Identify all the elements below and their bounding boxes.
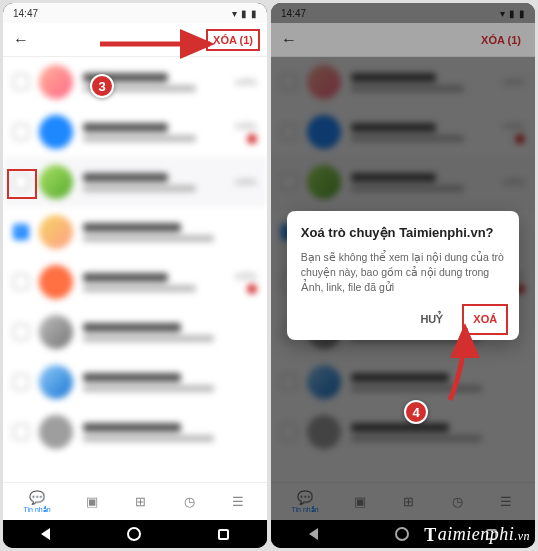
- chat-row[interactable]: 12/01: [3, 257, 267, 307]
- dialog-actions: HUỶ XOÁ: [301, 307, 505, 332]
- avatar: [39, 65, 73, 99]
- person-icon: ☰: [230, 494, 246, 510]
- bottom-nav: 💬 Tin nhắn ▣ ⊞ ◷ ☰: [3, 482, 267, 520]
- dialog-body: Bạn sẽ không thể xem lại nội dung của tr…: [301, 250, 505, 296]
- tab-more[interactable]: ☰: [230, 494, 246, 510]
- delete-selected-button[interactable]: XÓA (1): [209, 32, 257, 48]
- watermark-tld: .vn: [514, 529, 530, 544]
- android-back-icon[interactable]: [41, 528, 50, 540]
- status-bar: 14:47 ▾ ▮ ▮: [3, 3, 267, 23]
- chat-icon: 💬: [29, 489, 45, 505]
- watermark-t: T: [424, 525, 437, 546]
- phone-right: 14:47 ▾ ▮ ▮ ← XÓA (1) 14/01 14/01 13/01 …: [271, 3, 535, 548]
- avatar: [39, 265, 73, 299]
- tab-timeline[interactable]: ◷: [181, 494, 197, 510]
- chat-checkbox-checked[interactable]: [13, 224, 29, 240]
- status-icons: ▾ ▮ ▮: [232, 8, 257, 19]
- chat-checkbox[interactable]: [13, 124, 29, 140]
- avatar: [39, 215, 73, 249]
- unread-badge: [247, 284, 257, 294]
- battery-icon: ▮: [251, 8, 257, 19]
- clock-icon: ◷: [181, 494, 197, 510]
- chat-row[interactable]: [3, 357, 267, 407]
- watermark: Taimienphi.vn: [424, 524, 530, 545]
- chat-row[interactable]: [3, 307, 267, 357]
- chat-checkbox[interactable]: [13, 74, 29, 90]
- chat-checkbox[interactable]: [13, 424, 29, 440]
- grid-icon: ⊞: [133, 494, 149, 510]
- android-nav-bar: [3, 520, 267, 548]
- chat-checkbox[interactable]: [13, 324, 29, 340]
- chat-date: 14/01: [234, 121, 257, 131]
- chat-checkbox[interactable]: [13, 374, 29, 390]
- back-icon[interactable]: ←: [13, 31, 29, 49]
- tab-messages[interactable]: 💬 Tin nhắn: [23, 489, 50, 514]
- wifi-icon: ▾: [232, 8, 237, 19]
- avatar: [39, 415, 73, 449]
- step-badge-3: 3: [90, 74, 114, 98]
- chat-row[interactable]: 13/01: [3, 157, 267, 207]
- phone-left: 14:47 ▾ ▮ ▮ ← XÓA (1) 14/01: [3, 3, 267, 548]
- dialog-overlay: Xoá trò chuyện Taimienphi.vn? Bạn sẽ khô…: [271, 3, 535, 548]
- dialog-title: Xoá trò chuyện Taimienphi.vn?: [301, 225, 505, 240]
- step-badge-4: 4: [404, 400, 428, 424]
- chat-date: 13/01: [234, 177, 257, 187]
- status-time: 14:47: [13, 8, 38, 19]
- contacts-icon: ▣: [84, 494, 100, 510]
- avatar: [39, 315, 73, 349]
- confirm-delete-button[interactable]: XOÁ: [465, 307, 505, 332]
- chat-date: 14/01: [234, 77, 257, 87]
- chat-row[interactable]: [3, 207, 267, 257]
- tutorial-stage: 14:47 ▾ ▮ ▮ ← XÓA (1) 14/01: [0, 0, 538, 551]
- watermark-name: aimienphi: [438, 524, 515, 545]
- avatar: [39, 165, 73, 199]
- chat-row[interactable]: 14/01: [3, 57, 267, 107]
- unread-badge: [247, 134, 257, 144]
- chat-list: 14/01 14/01 13/01: [3, 57, 267, 482]
- android-home-icon[interactable]: [127, 527, 141, 541]
- cancel-button[interactable]: HUỶ: [412, 307, 451, 332]
- app-bar: ← XÓA (1): [3, 23, 267, 57]
- confirm-delete-dialog: Xoá trò chuyện Taimienphi.vn? Bạn sẽ khô…: [287, 211, 519, 341]
- android-recents-icon[interactable]: [218, 529, 229, 540]
- tab-contacts[interactable]: ▣: [84, 494, 100, 510]
- checkbox-highlight: [7, 169, 37, 199]
- chat-row[interactable]: 14/01: [3, 107, 267, 157]
- chat-checkbox[interactable]: [13, 274, 29, 290]
- tab-label: Tin nhắn: [23, 506, 50, 514]
- avatar: [39, 365, 73, 399]
- avatar: [39, 115, 73, 149]
- signal-icon: ▮: [241, 8, 247, 19]
- chat-date: 12/01: [234, 271, 257, 281]
- chat-row[interactable]: [3, 407, 267, 457]
- tab-discover[interactable]: ⊞: [133, 494, 149, 510]
